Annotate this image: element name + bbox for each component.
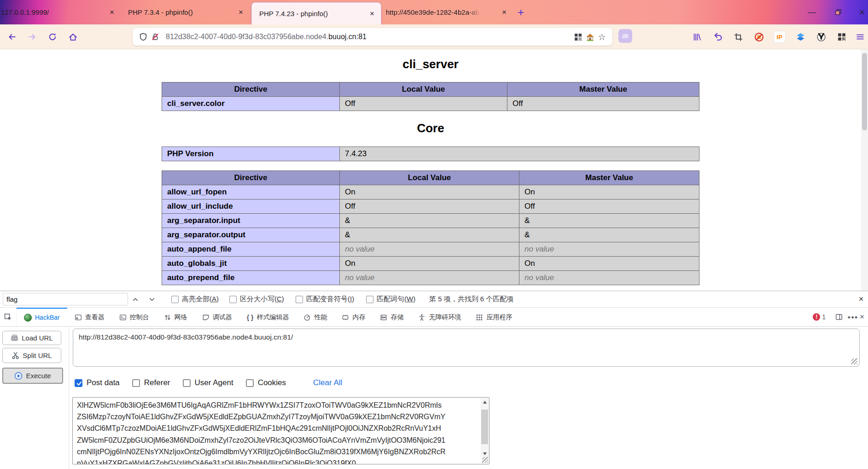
tab-inspector[interactable]: 查看器 xyxy=(67,308,112,326)
execute-button[interactable]: Execute xyxy=(2,368,63,384)
table-row: auto_append_file no value no value xyxy=(162,242,699,257)
page-scrollbar[interactable] xyxy=(861,49,868,291)
tab-console[interactable]: 控制台 xyxy=(112,308,157,326)
storage-icon xyxy=(380,314,387,321)
tab-network[interactable]: 网络 xyxy=(157,308,195,326)
window-close-button[interactable]: × xyxy=(851,0,868,24)
tab-performance[interactable]: 性能 xyxy=(296,308,334,326)
tab-450e39de[interactable]: http://450e39de-1282-4b2a-abc × xyxy=(384,3,512,22)
qr-scan-icon[interactable] xyxy=(572,33,584,41)
pick-element-button[interactable] xyxy=(0,308,17,326)
tab-close-icon[interactable]: × xyxy=(237,8,245,17)
tab-php734[interactable]: PHP 7.3.4 - phpinfo() × xyxy=(120,3,249,22)
page-scrollbar-thumb[interactable] xyxy=(862,53,867,130)
reload-button[interactable] xyxy=(44,29,61,45)
find-previous-button[interactable] xyxy=(128,293,143,305)
window-minimize-button[interactable]: — xyxy=(801,0,822,24)
option-label: Cookies xyxy=(258,378,286,387)
post-data-line: ZW5lcmF0ZUZpbGUiOjM6e3M6NDoiZmxhZyl7czo2… xyxy=(77,434,481,446)
resize-grip[interactable] xyxy=(482,457,488,463)
tab-close-icon[interactable]: × xyxy=(108,8,116,17)
match-diacritics-checkbox[interactable]: 匹配变音符号(I) xyxy=(296,295,354,304)
tab-style-editor[interactable]: { } 样式编辑器 xyxy=(239,308,297,326)
master-value-cell: On xyxy=(519,185,699,199)
textarea-scrollbar[interactable] xyxy=(481,398,489,457)
master-value-cell: Off xyxy=(507,97,699,111)
hackbar-sidebar: Load URL Split URL Execute xyxy=(0,327,69,469)
back-button[interactable] xyxy=(4,29,20,45)
bookmark-star-icon[interactable]: ☆ xyxy=(596,32,608,42)
tab-close-icon[interactable]: × xyxy=(500,8,508,17)
hackbar-url-textarea[interactable]: http://812d38c2-4007-40d0-9f3d-83c037956… xyxy=(73,328,860,367)
scroll-up-button[interactable] xyxy=(481,398,489,406)
shield-icon[interactable] xyxy=(137,33,149,41)
debugger-icon xyxy=(202,314,210,321)
tab-memory[interactable]: 内存 xyxy=(334,308,373,326)
error-count-badge[interactable]: ! 1 xyxy=(813,313,826,321)
post-data-textarea[interactable]: XlHZW5lcmF0b3liOjE6e3M6MTU6IgAqAGRlZmF1b… xyxy=(72,397,489,464)
library-icon[interactable] xyxy=(690,30,704,44)
tab-php7423-active[interactable]: PHP 7.4.23 - phpinfo() × xyxy=(251,2,381,24)
hackbar-icon xyxy=(24,314,32,322)
insecure-lock-icon[interactable] xyxy=(149,33,161,41)
post-data-checkbox[interactable]: Post data xyxy=(75,378,120,387)
new-tab-button[interactable]: + xyxy=(514,6,528,19)
devtools-close-button[interactable]: × xyxy=(860,310,868,324)
local-value-cell: & xyxy=(340,228,519,242)
inspector-icon xyxy=(75,314,82,321)
colored-home-icon[interactable] xyxy=(584,33,596,41)
find-close-button[interactable]: × xyxy=(855,293,868,305)
crop-tool-icon[interactable] xyxy=(731,30,745,44)
qr-code-icon[interactable] xyxy=(835,30,849,44)
home-button[interactable] xyxy=(64,29,81,45)
load-url-button[interactable]: Load URL xyxy=(2,331,61,345)
find-next-button[interactable] xyxy=(145,293,159,305)
forward-button[interactable] xyxy=(24,29,41,45)
menu-hamburger-icon[interactable] xyxy=(853,30,867,44)
match-case-checkbox[interactable]: 区分大小写(C) xyxy=(229,295,284,304)
forward-icon xyxy=(28,33,36,41)
tab-title: http://450e39de-1282-4b2a-abc xyxy=(386,8,483,16)
tab-localhost[interactable]: 127.0.0.1:9999/ × xyxy=(0,3,119,22)
window-restore-button[interactable] xyxy=(827,0,849,24)
tab-label: 内存 xyxy=(352,313,365,322)
inspect-cursor-icon xyxy=(4,313,12,321)
find-bar: flag 高亮全部(A) 区分大小写(C) 匹配变音符号(I) 匹配词句(W) … xyxy=(0,291,868,307)
user-agent-checkbox[interactable]: User Agent xyxy=(183,378,233,387)
noscript-blocked-icon[interactable] xyxy=(752,30,766,44)
tab-accessibility[interactable]: 无障碍环境 xyxy=(411,308,468,326)
scrollbar-thumb[interactable] xyxy=(481,410,488,444)
post-data-line: nVuY1xHZXRGaWxlAGZpbGVzIjthOjA6e31zOjU6I… xyxy=(77,457,481,464)
checkbox-icon xyxy=(246,379,254,387)
layers-extension-icon[interactable] xyxy=(793,30,807,44)
tab-debugger[interactable]: 调试器 xyxy=(195,308,239,326)
tab-close-icon[interactable]: × xyxy=(368,9,376,18)
extension-ae-icon[interactable]: æ xyxy=(618,29,632,43)
resize-grip[interactable] xyxy=(851,358,857,364)
cookies-checkbox[interactable]: Cookies xyxy=(246,378,286,387)
tab-hackbar[interactable]: HackBar xyxy=(17,308,67,326)
url-bar[interactable]: 812d38c2-4007-40d0-9f3d-83c037956abe.nod… xyxy=(133,28,612,46)
ip-extension-icon[interactable]: IP xyxy=(774,31,786,43)
directive-cell: arg_separator.input xyxy=(162,214,340,228)
tab-storage[interactable]: 存储 xyxy=(373,308,411,326)
split-console-icon xyxy=(835,313,843,321)
devtools-menu-button[interactable]: ●●● xyxy=(846,310,860,324)
privacy-badger-icon[interactable] xyxy=(814,30,828,44)
find-input[interactable]: flag xyxy=(3,293,128,305)
highlight-all-checkbox[interactable]: 高亮全部(A) xyxy=(171,295,219,304)
tab-bar: 127.0.0.1:9999/ × PHP 7.3.4 - phpinfo() … xyxy=(0,0,868,24)
scroll-down-button[interactable] xyxy=(481,450,489,457)
local-value-cell: no value xyxy=(340,242,519,257)
page-content: cli_server Directive Local Value Master … xyxy=(0,49,861,291)
tab-application[interactable]: 应用程序 xyxy=(468,308,519,326)
undo-arrow-icon[interactable] xyxy=(711,30,725,44)
accessibility-person-icon xyxy=(418,314,425,321)
whole-words-checkbox[interactable]: 匹配词句(W) xyxy=(366,295,415,304)
split-console-button[interactable] xyxy=(832,310,846,324)
clear-all-link[interactable]: Clear All xyxy=(313,378,342,387)
find-match-status: 第 5 项，共找到 6 个匹配项 xyxy=(429,295,513,304)
referer-checkbox[interactable]: Referer xyxy=(132,378,170,387)
col-directive: Directive xyxy=(162,82,340,97)
split-url-button[interactable]: Split URL xyxy=(2,348,61,363)
